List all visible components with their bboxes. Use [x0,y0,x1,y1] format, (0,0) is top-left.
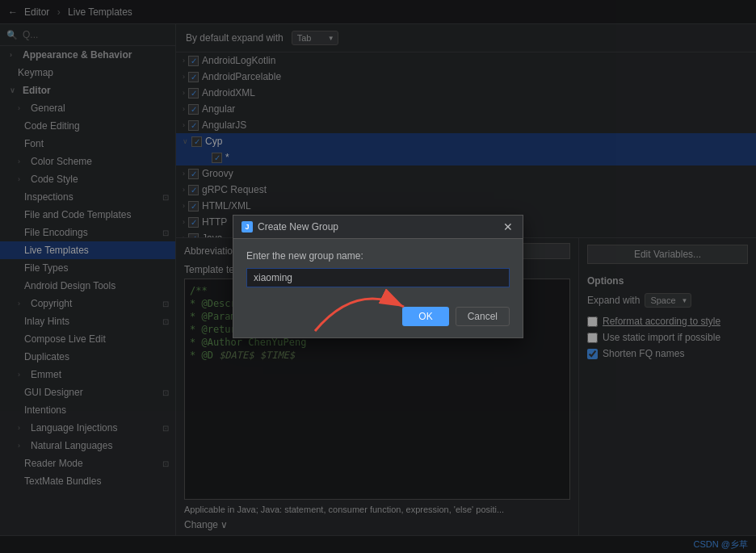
modal-ok-button[interactable]: OK [402,307,448,326]
modal-title-icon: J [242,221,253,233]
modal-title-bar: J Create New Group ✕ [233,216,523,239]
modal-overlay: J Create New Group ✕ Enter the new group… [0,0,756,553]
modal-title-text: Create New Group [258,221,338,233]
modal-group-name-input[interactable] [246,268,510,287]
modal-prompt: Enter the new group name: [246,250,510,262]
modal-buttons: OK Cancel [233,299,523,337]
modal-title: J Create New Group [242,221,338,233]
modal-close-button[interactable]: ✕ [502,220,514,233]
modal-cancel-button[interactable]: Cancel [456,307,510,326]
modal-body: Enter the new group name: [233,239,523,299]
create-new-group-modal: J Create New Group ✕ Enter the new group… [233,215,523,338]
